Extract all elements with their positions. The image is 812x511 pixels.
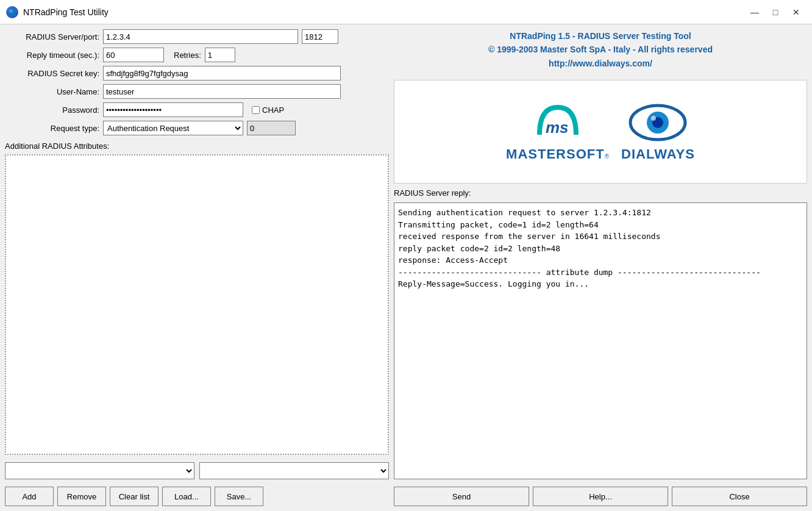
window-title: NTRadPing Test Utility <box>23 7 745 17</box>
attr-dropdowns <box>5 462 389 479</box>
request-type-select[interactable]: Authentication Request Accounting Reques… <box>103 121 243 135</box>
window-controls: — □ ✕ <box>745 5 806 20</box>
timeout-label: Reply timeout (sec.): <box>5 51 99 60</box>
close-button[interactable]: ✕ <box>786 5 806 20</box>
svg-point-1 <box>9 9 13 13</box>
password-label: Password: <box>5 105 99 115</box>
left-panel: RADIUS Server/port: Reply timeout (sec.)… <box>5 29 389 506</box>
attributes-label: Additional RADIUS Attributes: <box>5 141 389 151</box>
main-content: RADIUS Server/port: Reply timeout (sec.)… <box>0 24 812 511</box>
load-button[interactable]: Load... <box>162 487 211 506</box>
reply-box: Sending authentication request to server… <box>394 202 807 479</box>
bottom-buttons: Add Remove Clear list Load... Save... <box>5 487 389 506</box>
branding-title-line2: © 1999-2003 Master Soft SpA - Italy - Al… <box>394 43 807 56</box>
clear-list-button[interactable]: Clear list <box>110 487 158 506</box>
save-button[interactable]: Save... <box>215 487 263 506</box>
username-label: User-Name: <box>5 87 99 96</box>
chap-label: CHAP <box>262 105 284 115</box>
dialways-text: DIALWAYS <box>621 146 695 162</box>
close-window-button[interactable]: Close <box>672 487 807 506</box>
server-row: RADIUS Server/port: <box>5 29 389 44</box>
mastersoft-logo: ms MASTERSOFT ® <box>506 101 609 162</box>
attr-type-dropdown[interactable] <box>5 462 194 479</box>
maximize-button[interactable]: □ <box>766 5 785 20</box>
request-id-input[interactable] <box>247 121 296 135</box>
send-button[interactable]: Send <box>394 487 529 506</box>
minimize-button[interactable]: — <box>745 5 764 20</box>
right-bottom-buttons: Send Help... Close <box>394 487 807 506</box>
attributes-area[interactable] <box>5 154 389 455</box>
branding-box: ms MASTERSOFT ® D <box>394 80 807 184</box>
username-row: User-Name: <box>5 84 389 99</box>
branding-title-line3: http://www.dialways.com/ <box>394 57 807 70</box>
password-row: Password: CHAP <box>5 102 389 117</box>
help-button[interactable]: Help... <box>533 487 668 506</box>
dialways-logo: DIALWAYS <box>621 101 695 162</box>
branding-header: NTRadPing 1.5 - RADIUS Server Testing To… <box>394 29 807 70</box>
password-input[interactable] <box>103 102 243 117</box>
title-bar: NTRadPing Test Utility — □ ✕ <box>0 0 812 24</box>
chap-checkbox-label[interactable]: CHAP <box>252 105 284 115</box>
branding-title-line1: NTRadPing 1.5 - RADIUS Server Testing To… <box>394 29 807 43</box>
right-panel: NTRadPing 1.5 - RADIUS Server Testing To… <box>394 29 807 506</box>
request-type-label: Request type: <box>5 124 99 133</box>
server-input[interactable] <box>103 29 298 44</box>
secret-input[interactable] <box>103 66 341 80</box>
mastersoft-text: MASTERSOFT <box>506 146 605 162</box>
server-label: RADIUS Server/port: <box>5 32 99 41</box>
attr-value-dropdown[interactable] <box>199 462 389 479</box>
retries-input[interactable] <box>205 48 235 62</box>
timeout-row: Reply timeout (sec.): Retries: <box>5 48 389 62</box>
timeout-input[interactable] <box>103 48 164 62</box>
chap-checkbox[interactable] <box>252 106 260 114</box>
retries-label: Retries: <box>174 51 201 60</box>
svg-text:ms: ms <box>546 118 569 137</box>
mastersoft-icon: ms <box>533 101 582 144</box>
svg-point-6 <box>651 116 656 121</box>
app-icon <box>6 6 18 18</box>
dialways-icon <box>627 101 688 144</box>
secret-row: RADIUS Secret key: <box>5 66 389 80</box>
remove-button[interactable]: Remove <box>57 487 106 506</box>
username-input[interactable] <box>103 84 341 99</box>
port-input[interactable] <box>302 29 338 44</box>
reply-label: RADIUS Server reply: <box>394 188 807 198</box>
secret-label: RADIUS Secret key: <box>5 69 99 78</box>
mastersoft-reg: ® <box>605 153 609 160</box>
add-button[interactable]: Add <box>5 487 54 506</box>
request-type-row: Request type: Authentication Request Acc… <box>5 121 389 135</box>
